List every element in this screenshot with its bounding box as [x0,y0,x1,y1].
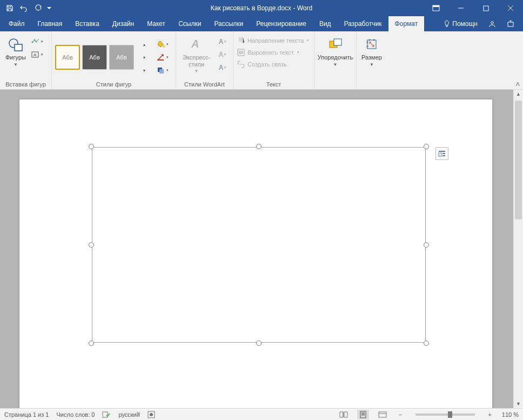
style-gallery-up[interactable]: ▴ [137,38,151,50]
print-layout-button[interactable] [357,410,369,419]
shape-style-1[interactable]: Абв [55,45,80,70]
tab-references[interactable]: Ссылки [172,16,207,31]
group-label-size [360,86,384,89]
page-indicator[interactable]: Страница 1 из 1 [4,411,49,418]
resize-handle-tm[interactable] [256,144,262,149]
document-area[interactable] [0,90,513,408]
svg-text:A: A [33,52,37,57]
title-bar: Как рисовать в Ворде.docx - Word [0,0,523,16]
tab-format[interactable]: Формат [388,16,425,31]
express-styles-button[interactable]: A Экспресс-стили ▼ [179,35,213,75]
tab-mailings[interactable]: Рассылки [207,16,250,31]
resize-handle-bl[interactable] [89,341,94,346]
tab-home[interactable]: Главная [31,16,69,31]
text-outline-button[interactable]: A▾ [216,49,230,61]
text-direction-button[interactable]: Направление текста▾ [237,35,309,46]
shapes-button[interactable]: Фигуры ▼ [3,35,28,68]
group-arrange: Упорядочить ▼ [314,31,357,89]
text-effects-button[interactable]: A▾ [216,62,230,74]
svg-rect-22 [439,153,441,156]
read-mode-button[interactable] [338,410,350,419]
layout-options-button[interactable] [435,147,448,160]
zoom-in-button[interactable]: + [486,411,494,418]
language-indicator[interactable]: русский [118,411,139,418]
maximize-button[interactable] [473,0,498,16]
arrange-button[interactable]: Упорядочить ▼ [318,35,353,68]
zoom-slider-knob[interactable] [448,411,452,418]
qat-customize-button[interactable] [45,2,53,15]
chevron-down-icon: ▼ [333,62,338,67]
tab-design[interactable]: Дизайн [106,16,140,31]
close-button[interactable] [498,0,523,16]
minimize-button[interactable] [448,0,473,16]
sign-in-button[interactable] [483,16,501,31]
macro-record-icon[interactable] [147,411,155,418]
tab-layout[interactable]: Макет [140,16,172,31]
align-text-icon [237,48,245,57]
scroll-down-button[interactable]: ▼ [514,399,523,408]
svg-point-9 [35,41,37,43]
tab-view[interactable]: Вид [313,16,338,31]
svg-rect-19 [334,39,341,45]
tell-me-button[interactable]: Помощн [438,16,483,31]
svg-point-7 [31,42,33,43]
text-box-button[interactable]: A▾ [30,49,44,61]
shape-effects-button[interactable]: ▾ [156,64,170,76]
selected-shape[interactable] [89,144,429,346]
web-layout-button[interactable] [377,410,388,419]
collapse-ribbon-button[interactable]: ᐱ [516,81,520,87]
tab-developer[interactable]: Разработчик [338,16,388,31]
zoom-out-button[interactable]: − [396,411,405,418]
redo-button[interactable] [31,2,44,15]
tab-insert[interactable]: Вставка [69,16,106,31]
size-button[interactable]: Размер ▼ [360,35,384,68]
shape-style-2[interactable]: Абв [82,45,107,70]
align-text-button[interactable]: Выровнять текст▾ [237,46,299,58]
svg-rect-13 [157,59,164,61]
shape-outline-button[interactable]: ▾ [156,51,170,63]
resize-handle-br[interactable] [424,341,429,346]
arrange-icon [327,36,344,53]
document-title: Как рисовать в Ворде.docx - Word [211,4,312,12]
share-button[interactable] [501,16,520,31]
chevron-down-icon: ▼ [370,62,374,67]
quick-access-toolbar [0,0,53,16]
svg-point-3 [491,22,493,24]
scroll-up-button[interactable]: ▲ [514,90,523,98]
page[interactable] [19,99,492,408]
resize-handle-mr[interactable] [424,242,429,248]
resize-handle-tr[interactable] [424,144,429,149]
express-styles-label: Экспресс-стили [182,54,211,68]
save-button[interactable] [3,2,16,15]
ribbon-display-options-button[interactable] [424,0,448,16]
zoom-slider[interactable] [415,414,475,416]
undo-button[interactable] [17,2,30,15]
lightbulb-icon [444,20,450,28]
resize-handle-ml[interactable] [89,242,94,248]
text-box-shape[interactable] [92,147,426,343]
style-gallery-more[interactable]: ▾ [137,64,151,76]
scroll-thumb[interactable] [515,101,522,219]
shape-fill-button[interactable]: ▾ [156,38,170,50]
size-icon [363,36,380,53]
group-wordart-styles: A Экспресс-стили ▼ A▾ A▾ A▾ Стили WordAr… [176,31,233,89]
size-label: Размер [361,54,382,61]
style-gallery-down[interactable]: ▾ [137,51,151,63]
shapes-icon [7,36,24,53]
ribbon-tabs: Файл Главная Вставка Дизайн Макет Ссылки… [0,16,523,31]
shape-style-3[interactable]: Абв [109,45,134,70]
svg-point-8 [33,39,35,41]
svg-rect-21 [439,151,445,152]
vertical-scrollbar[interactable]: ▲ ▼ [513,90,523,408]
resize-handle-bm[interactable] [256,341,262,346]
word-count[interactable]: Число слов: 0 [56,411,95,418]
tab-review[interactable]: Рецензирование [250,16,313,31]
tab-file[interactable]: Файл [2,16,31,31]
resize-handle-tl[interactable] [89,144,94,149]
svg-point-12 [163,45,165,48]
zoom-level[interactable]: 110 % [502,411,519,418]
spell-check-icon[interactable] [102,411,111,418]
create-link-button[interactable]: Создать связь [237,58,287,70]
text-fill-button[interactable]: A▾ [216,36,230,48]
edit-shape-button[interactable]: ▾ [30,36,44,48]
